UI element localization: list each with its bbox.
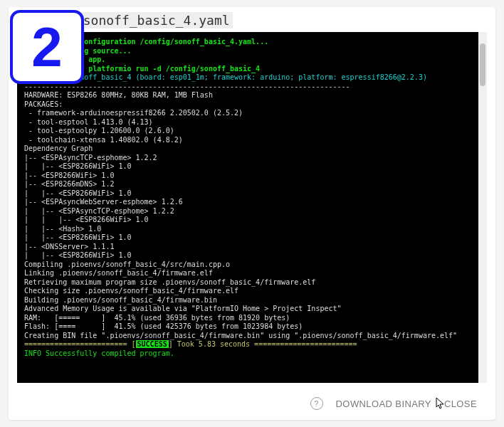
terminal-line: INFO Generating source... bbox=[24, 47, 471, 56]
terminal-line: | | |-- <ESP8266WiFi> 1.0 bbox=[24, 216, 471, 225]
terminal-line: - toolchain-xtensa 1.40802.0 (4.8.2) bbox=[24, 136, 471, 145]
terminal-line: Compiling .pioenvs/sonoff_basic_4/src/ma… bbox=[24, 260, 471, 270]
terminal-line: ----------------------------------------… bbox=[24, 83, 471, 92]
terminal-line: Building .pioenvs/sonoff_basic_4/firmwar… bbox=[24, 296, 471, 305]
step-badge: 2 bbox=[10, 10, 84, 84]
terminal-line: | |-- <ESP8266WiFi> 1.0 bbox=[24, 162, 471, 172]
download-binary-button[interactable]: DOWNLOAD BINARY bbox=[336, 399, 431, 409]
terminal-line: - tool-esptoolpy 1.20600.0 (2.6.0) bbox=[24, 127, 471, 136]
terminal-line: Advanced Memory Usage is available via "… bbox=[24, 305, 471, 314]
terminal-line: INFO Successfully compiled program. bbox=[24, 349, 471, 359]
terminal-line: RAM: [===== ] 45.1% (used 36936 bytes fr… bbox=[24, 314, 471, 323]
terminal-line: INFO Running: platformio run -d /config/… bbox=[24, 65, 471, 74]
terminal-line: ======================== [SUCCESS] Took … bbox=[24, 340, 471, 349]
step-number: 2 bbox=[31, 19, 62, 75]
close-button[interactable]: CLOSE bbox=[444, 399, 477, 409]
terminal-line: Retrieving maximum program size .pioenvs… bbox=[24, 278, 471, 288]
terminal-line: |-- <ESP8266WiFi> 1.0 bbox=[24, 172, 471, 181]
scroll-thumb[interactable] bbox=[480, 43, 485, 86]
terminal-line: Flash: [==== ] 41.5% (used 425376 bytes … bbox=[24, 322, 471, 332]
terminal-container: INFO Reading configuration /config/sonof… bbox=[17, 32, 487, 383]
terminal-line: | |-- <Hash> 1.0 bbox=[24, 225, 471, 234]
terminal-line: Linking .pioenvs/sonoff_basic_4/firmware… bbox=[24, 269, 471, 278]
terminal-line: | |-- <ESP8266WiFi> 1.0 bbox=[24, 233, 471, 243]
title-filename: sonoff_basic_4.yaml bbox=[80, 12, 233, 28]
dialog-footer: ? DOWNLOAD BINARY CLOSE bbox=[9, 387, 495, 420]
terminal-line: HARDWARE: ESP8266 80MHz, 80KB RAM, 1MB F… bbox=[24, 91, 471, 100]
terminal-line: INFO Reading configuration /config/sonof… bbox=[24, 38, 471, 47]
terminal-output: INFO Reading configuration /config/sonof… bbox=[17, 32, 478, 383]
terminal-line: PACKAGES: bbox=[24, 100, 471, 110]
terminal-line: |-- <ESP8266mDNS> 1.2 bbox=[24, 180, 471, 189]
terminal-line: Processing sonoff_basic_4 (board: esp01_… bbox=[24, 73, 471, 83]
terminal-scrollbar[interactable] bbox=[478, 32, 487, 383]
terminal-line: | |-- <ESPAsyncTCP-esphome> 1.2.2 bbox=[24, 207, 471, 216]
terminal-line: Checking size .pioenvs/sonoff_basic_4/fi… bbox=[24, 287, 471, 296]
terminal-line: - framework-arduinoespressif8266 2.20502… bbox=[24, 109, 471, 118]
terminal-line: | |-- <ESP8266WiFi> 1.0 bbox=[24, 251, 471, 260]
help-icon[interactable]: ? bbox=[310, 397, 323, 410]
terminal-line: |-- <ESPAsyncTCP-esphome> 1.2.2 bbox=[24, 154, 471, 163]
terminal-line: |-- <DNSServer> 1.1.1 bbox=[24, 243, 471, 252]
terminal-line: Creating BIN file ".pioenvs/sonoff_basic… bbox=[24, 332, 471, 341]
terminal-line: - tool-esptool 1.413.0 (4.13) bbox=[24, 118, 471, 127]
terminal-line: |-- <ESPAsyncWebServer-esphome> 1.2.6 bbox=[24, 198, 471, 207]
terminal-line: INFO Compiling app. bbox=[24, 56, 471, 65]
terminal-line: | |-- <ESP8266WiFi> 1.0 bbox=[24, 189, 471, 199]
terminal-line: Dependency Graph bbox=[24, 144, 471, 154]
